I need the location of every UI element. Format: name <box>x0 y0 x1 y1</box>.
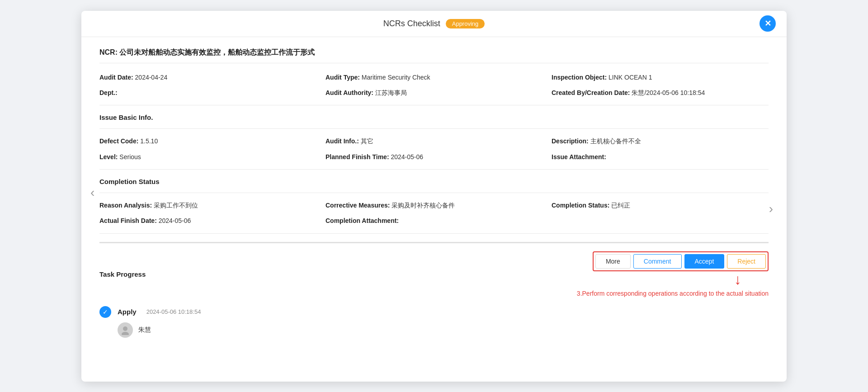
level-item: Level: Serious <box>99 152 316 162</box>
audit-info-value: 其它 <box>361 137 373 145</box>
audit-authority-item: Audit Authority: 江苏海事局 <box>326 88 542 98</box>
modal-container: NCRs Checklist Approving ✕ ‹ › NCR: 公司未对… <box>81 11 787 382</box>
planned-finish-time-label: Planned Finish Time: <box>326 153 389 161</box>
audit-type-value: Maritime Security Check <box>362 74 430 81</box>
corrective-measures-item: Corrective Measures: 采购及时补齐核心备件 <box>326 200 542 210</box>
annotation-container: ↓ 3.Perform corresponding operations acc… <box>577 271 769 297</box>
prev-arrow[interactable]: ‹ <box>86 181 99 204</box>
audit-authority-value: 江苏海事局 <box>375 89 407 96</box>
apply-date: 2024-05-06 10:18:54 <box>146 308 201 315</box>
apply-row: ✓ Apply 2024-05-06 10:18:54 <box>99 306 769 318</box>
user-avatar <box>118 322 133 338</box>
modal-body: NCR: 公司未对船舶动态实施有效监控，船舶动态监控工作流于形式 Audit D… <box>81 37 787 349</box>
accept-button[interactable]: Accept <box>684 254 725 269</box>
modal-header: NCRs Checklist Approving ✕ <box>81 11 787 37</box>
completion-info-grid: Reason Analysis: 采购工作不到位 Corrective Meas… <box>99 200 769 234</box>
user-row: 朱慧 <box>118 322 769 338</box>
audit-date-value: 2024-04-24 <box>135 74 168 81</box>
divider-1 <box>99 128 769 129</box>
reason-analysis-item: Reason Analysis: 采购工作不到位 <box>99 200 316 210</box>
reason-analysis-value: 采购工作不到位 <box>154 202 198 209</box>
svg-point-1 <box>122 332 129 335</box>
audit-info-grid: Audit Date: 2024-04-24 Audit Type: Marit… <box>99 72 769 106</box>
planned-finish-time-item: Planned Finish Time: 2024-05-06 <box>326 152 542 162</box>
corrective-measures-label: Corrective Measures: <box>326 202 390 209</box>
ncr-label: NCR: <box>99 48 118 56</box>
close-button[interactable]: ✕ <box>760 15 776 32</box>
user-name: 朱慧 <box>138 326 151 334</box>
next-arrow[interactable]: › <box>764 197 778 221</box>
modal-title: NCRs Checklist Approving <box>383 19 485 28</box>
description-label: Description: <box>552 137 589 145</box>
annotation-text: 3.Perform corresponding operations accor… <box>577 290 769 297</box>
level-label: Level: <box>99 153 118 161</box>
audit-info-label: Audit Info.: <box>326 137 359 145</box>
apply-label: Apply <box>118 308 137 316</box>
completion-status-title: Completion Status <box>99 178 769 185</box>
actual-finish-date-item: Actual Finish Date: 2024-05-06 <box>99 216 316 226</box>
description-item: Description: 主机核心备件不全 <box>552 136 769 146</box>
created-by-label: Created By/Creation Date: <box>552 89 630 96</box>
issue-info-grid: Defect Code: 1.5.10 Audit Info.: 其它 Desc… <box>99 136 769 170</box>
task-progress-title: Task Progress <box>99 270 146 278</box>
level-value: Serious <box>119 153 141 161</box>
task-progress-header: Task Progress More Comment Accept Reject… <box>99 251 769 297</box>
down-arrow-icon: ↓ <box>734 271 741 288</box>
ncr-title: NCR: 公司未对船舶动态实施有效监控，船舶动态监控工作流于形式 <box>99 48 769 63</box>
ncr-title-text: 公司未对船舶动态实施有效监控，船舶动态监控工作流于形式 <box>119 48 315 56</box>
reject-button[interactable]: Reject <box>727 254 766 269</box>
apply-check-icon: ✓ <box>99 306 111 318</box>
completion-status-value: 已纠正 <box>611 202 630 209</box>
inspection-object-item: Inspection Object: LINK OCEAN 1 <box>552 72 769 82</box>
defect-code-item: Defect Code: 1.5.10 <box>99 136 316 146</box>
audit-info-item: Audit Info.: 其它 <box>326 136 542 146</box>
issue-basic-info-title: Issue Basic Info. <box>99 113 769 121</box>
created-by-value: 朱慧/2024-05-06 10:18:54 <box>632 89 705 96</box>
dept-label: Dept.: <box>99 89 118 96</box>
reason-analysis-label: Reason Analysis: <box>99 202 152 209</box>
created-by-item: Created By/Creation Date: 朱慧/2024-05-06 … <box>552 88 769 98</box>
svg-point-0 <box>123 326 127 331</box>
completion-attachment-item: Completion Attachment: <box>326 216 542 226</box>
completion-status-item: Completion Status: 已纠正 <box>552 200 769 210</box>
completion-status-label: Completion Status: <box>552 202 609 209</box>
comment-button[interactable]: Comment <box>633 254 682 269</box>
description-value: 主机核心备件不全 <box>590 137 641 145</box>
divider-2 <box>99 193 769 193</box>
issue-attachment-label: Issue Attachment: <box>552 153 606 161</box>
bottom-section: Task Progress More Comment Accept Reject… <box>99 242 769 338</box>
actual-finish-date-label: Actual Finish Date: <box>99 217 157 224</box>
planned-finish-time-value: 2024-05-06 <box>391 153 423 161</box>
defect-code-label: Defect Code: <box>99 137 138 145</box>
title-text: NCRs Checklist <box>383 19 440 28</box>
more-button[interactable]: More <box>595 254 631 269</box>
corrective-measures-value: 采购及时补齐核心备件 <box>392 202 455 209</box>
status-badge: Approving <box>446 19 485 28</box>
audit-type-item: Audit Type: Maritime Security Check <box>326 72 542 82</box>
inspection-object-value: LINK OCEAN 1 <box>609 74 652 81</box>
inspection-object-label: Inspection Object: <box>552 74 607 81</box>
actual-finish-date-value: 2024-05-06 <box>159 217 191 224</box>
audit-date-item: Audit Date: 2024-04-24 <box>99 72 316 82</box>
issue-attachment-item: Issue Attachment: <box>552 152 769 162</box>
action-buttons-group: More Comment Accept Reject <box>593 251 769 271</box>
defect-code-value: 1.5.10 <box>140 137 158 145</box>
audit-date-label: Audit Date: <box>99 74 133 81</box>
dept-item: Dept.: <box>99 88 316 98</box>
audit-type-label: Audit Type: <box>326 74 360 81</box>
audit-authority-label: Audit Authority: <box>326 89 373 96</box>
completion-attachment-label: Completion Attachment: <box>326 217 399 224</box>
